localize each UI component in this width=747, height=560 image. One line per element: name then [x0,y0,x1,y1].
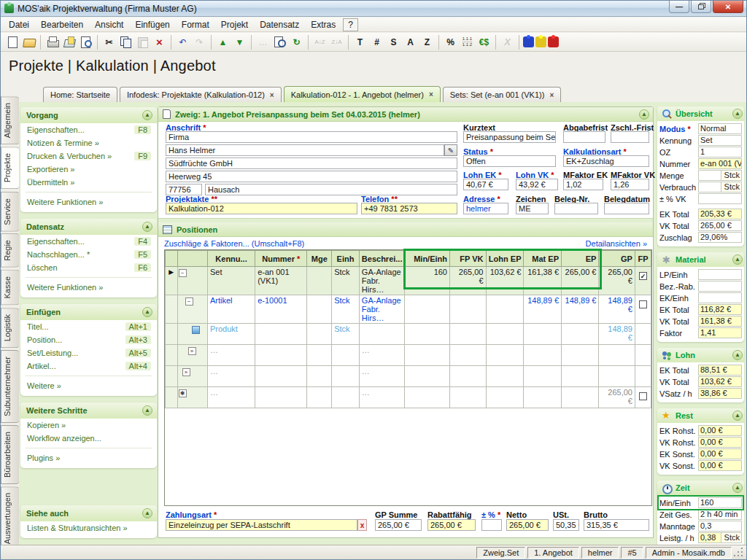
sidebar-item[interactable]: Eigenschaften...F8 [20,123,157,136]
sidebar-item[interactable]: Weitere Funktionen » [20,281,157,294]
fp-checkbox-checked[interactable]: ✓ [639,272,647,280]
fp-checkbox[interactable] [639,392,647,400]
panel-row-value[interactable]: 0,38 [698,532,721,543]
close-tab-icon[interactable]: × [429,90,433,98]
panel-row-value[interactable]: 160 [698,497,742,508]
panel-row-value[interactable]: Normal [698,123,742,134]
outline-numbering-icon[interactable] [460,34,475,50]
panel-row-value[interactable]: 103,62 € [698,376,742,387]
expand-node-icon[interactable]: » [188,347,196,355]
abgabefrist-field[interactable] [563,131,605,143]
collapse-panel-button[interactable]: ▲ [142,508,152,518]
sidebar-item[interactable]: Eigenschaften...F4 [20,235,157,248]
doc-tab[interactable]: Home: Startseite [43,87,117,102]
delete-icon[interactable]: × [152,34,167,50]
column-header-gp[interactable]: GP [599,251,635,267]
collapse-node-icon[interactable]: − [185,298,193,306]
sidebar-item[interactable]: Exportieren » [20,163,157,176]
menu-item-datei[interactable]: Datei [3,18,35,31]
edit-ellipsis-icon[interactable]: … [255,34,271,50]
article-icon[interactable]: A [403,34,418,50]
panel-row-value[interactable]: 205,33 € [698,209,742,219]
sidebar-item[interactable]: Kopieren » [20,419,157,432]
sidebar-item[interactable]: Weitere Funktionen » [20,195,157,209]
sidebar-item[interactable]: LöschenF6 [20,261,157,274]
expand-node-icon[interactable]: » [182,368,190,376]
sidebar-item[interactable]: Übermitteln » [20,176,157,189]
panel-row-value[interactable] [698,170,721,181]
panel-row-value[interactable] [698,269,742,280]
set-icon[interactable]: S [386,34,401,50]
collapse-section-button[interactable]: ▲ [639,109,649,120]
panel-row-value[interactable] [698,193,742,204]
panel-row-value[interactable] [698,281,742,292]
close-button[interactable]: ✕ [713,1,743,13]
collapse-panel-button[interactable]: ▲ [142,405,152,416]
resize-grip[interactable] [734,548,744,558]
zahlungsart-field[interactable]: Einzeleinzug per SEPA-Lastschrift [166,519,357,531]
sidebar-item[interactable]: Listen & Strukturansichten » [20,521,157,534]
sidebar-item[interactable]: Notizen & Termine » [20,136,157,149]
clear-zahlungsart-button[interactable]: x [357,519,367,531]
adresse-field[interactable]: helmer [463,203,508,214]
panel-row-value[interactable] [698,182,721,192]
menu-item-datensatz[interactable]: Datensatz [254,18,305,31]
menu-item-ansicht[interactable]: Ansicht [89,18,129,31]
sidebar-item[interactable]: Artikel...Alt+4 [20,359,157,373]
sort-az-icon[interactable] [312,34,328,50]
mfaktor-ek-field[interactable]: 1,02 [563,179,603,190]
collapse-panel-button[interactable]: ▲ [732,350,743,360]
column-header-mat_ep[interactable]: Mat EP [524,251,562,267]
anschrift-line4-field[interactable]: Heerweg 45 [166,171,457,182]
percent-icon[interactable]: % [443,34,458,50]
panel-row-value[interactable]: 0,00 € [698,437,742,448]
panel-row-value[interactable]: 2 h 40 min [698,509,742,520]
open-folder-icon[interactable] [21,34,36,50]
detailansichten-link[interactable]: Detailansichten » [586,239,647,248]
module-tab-kasse[interactable]: Kasse [1,270,19,306]
column-header-fp[interactable]: FP [635,251,651,267]
column-header-sel[interactable] [166,251,178,267]
projektakte-field[interactable]: Kalkulation-012 [166,203,357,214]
module-tab-büroarbeiten[interactable]: Büroarbeiten [1,425,19,484]
close-tab-icon[interactable]: × [549,91,554,99]
redo-icon[interactable]: ↷ [192,34,207,50]
column-header-lohn_ep[interactable]: Lohn EP [486,251,524,267]
plz-field[interactable]: 77756 [166,184,202,195]
panel-row-value[interactable]: 0,00 € [698,448,742,459]
menu-item-?[interactable]: ? [343,18,358,31]
panel-row-value[interactable]: e-an 001 (VK1) [698,158,742,169]
grid-row[interactable]: ProduktStck148,89 € [166,324,651,345]
panel-row-value[interactable]: 265,00 € [698,220,742,231]
column-header-kennung[interactable]: Kennu... [207,251,255,267]
refresh-icon[interactable]: ↻ [289,34,304,50]
grid-row[interactable]: ▶−Sete-an 001 (VK1)StckGA-Anlage Fabr. H… [166,267,651,295]
column-header-tree[interactable] [177,251,207,267]
lohn-vk-field[interactable]: 43,92 € [516,179,558,190]
title-icon[interactable]: T [352,34,368,50]
collapse-panel-button[interactable]: ▲ [142,222,152,232]
panel-row-value[interactable]: 161,38 € [698,316,742,327]
module-tab-service[interactable]: Service [1,192,19,232]
collapse-panel-button[interactable]: ▲ [732,254,743,265]
sidebar-item[interactable]: Titel...Alt+1 [20,320,157,333]
panel-row-value[interactable]: 1,41 [698,327,742,338]
sidebar-item[interactable]: Drucken & Verbuchen »F9 [20,149,157,163]
module-tab-subunternehmer[interactable]: Subunternehmer [1,350,19,423]
menu-item-projekt[interactable]: Projekt [215,18,254,31]
column-header-ep[interactable]: EP [562,251,599,267]
column-header-mge[interactable]: Mge [307,251,332,267]
sidebar-item[interactable]: Plugins » [20,451,157,464]
panel-row-value[interactable] [698,292,742,303]
excel-export-icon[interactable] [500,34,515,50]
close-tab-icon[interactable]: × [270,91,274,99]
print-preview-icon[interactable] [78,34,93,50]
menu-item-einfgen[interactable]: Einfügen [129,18,175,31]
doc-tab[interactable]: Kalkulation-012 - 1. Angebot (helmer)× [284,86,441,102]
edit-address-button[interactable]: ✎ [444,144,457,156]
find-replace-icon[interactable] [272,34,287,50]
fp-checkbox[interactable] [639,300,647,308]
doc-tab[interactable]: Sets: Set (e-an 001 (VK1))× [443,87,561,102]
ort-field[interactable]: Hausach [205,184,457,195]
mfaktor-vk-field[interactable]: 1,26 [611,179,649,190]
